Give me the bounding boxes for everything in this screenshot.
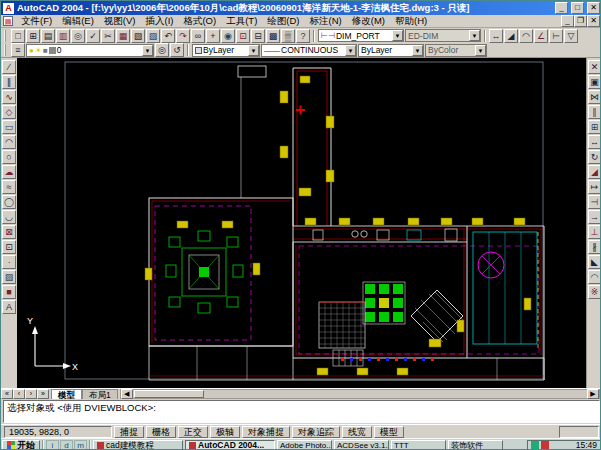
menu-item-修改(M)[interactable]: 修改(M) [347, 14, 390, 29]
toggle-对象追踪[interactable]: 对象追踪 [292, 426, 340, 438]
layer-combo[interactable]: ● ☀ ■ 0 ▼ [26, 44, 154, 57]
spline-button[interactable]: ≈ [2, 180, 16, 194]
zoom-previous-button[interactable]: ⊟ [251, 29, 265, 43]
copy-object-button[interactable]: ▣ [588, 75, 601, 89]
start-button[interactable]: 开始 [2, 440, 40, 450]
new-button[interactable]: □ [11, 29, 25, 43]
ellipse-button[interactable]: ◯ [2, 195, 16, 209]
pan-button[interactable]: + [206, 29, 220, 43]
scroll-thumb[interactable] [134, 390, 204, 398]
rotate-button[interactable]: ↻ [588, 150, 601, 164]
lineweight-combo[interactable]: ByLayer ▼ [358, 44, 424, 57]
taskbar-window-cad建模教程[interactable]: cad建模教程 [93, 440, 183, 450]
tray-icon-2[interactable] [541, 441, 549, 449]
dim-radius-button[interactable]: ◠ [519, 29, 533, 43]
dim-aligned-button[interactable]: ◢ [504, 29, 518, 43]
extend-button[interactable]: → [588, 210, 601, 224]
taskbar-app-TTT[interactable]: TTT [391, 440, 446, 450]
print-preview-button[interactable]: ◎ [71, 29, 85, 43]
toggle-捕捉[interactable]: 捕捉 [114, 426, 144, 438]
menu-item-文件(F)[interactable]: 文件(F) [16, 14, 57, 29]
menu-item-视图(V)[interactable]: 视图(V) [99, 14, 141, 29]
toggle-对象捕捉[interactable]: 对象捕捉 [242, 426, 290, 438]
tab-模型[interactable]: 模型 [51, 389, 82, 399]
taskbar-app-装饰软件[interactable]: 装饰软件 [448, 440, 503, 450]
rectangle-button[interactable]: ▭ [2, 120, 16, 134]
paste-button[interactable]: ▧ [131, 29, 145, 43]
linetype-combo[interactable]: —— CONTINUOUS ▼ [261, 44, 357, 57]
menu-item-工具(T)[interactable]: 工具(T) [221, 14, 262, 29]
floorplan-drawing[interactable]: Y X [17, 58, 586, 388]
move-button[interactable]: ↔ [588, 135, 601, 149]
quicklaunch-media-icon[interactable]: m [74, 440, 87, 450]
polygon-button[interactable]: ◇ [2, 105, 16, 119]
revcloud-button[interactable]: ☁ [2, 165, 16, 179]
quicklaunch-ie-icon[interactable]: i [46, 440, 59, 450]
layer-previous-button[interactable]: ↺ [170, 43, 184, 57]
properties-button[interactable]: ▩ [266, 29, 280, 43]
menu-item-绘图(D)[interactable]: 绘图(D) [262, 14, 304, 29]
dim-style-combo[interactable]: ⊢⊣ DIM_PORT ▼ [318, 29, 404, 42]
scroll-right-icon[interactable]: ▶ [587, 389, 599, 399]
save-button[interactable]: ▤ [41, 29, 55, 43]
open-button[interactable]: ⊞ [26, 29, 40, 43]
region-button[interactable]: ■ [2, 285, 16, 299]
doc-close-button[interactable]: ✕ [587, 15, 600, 27]
tab-布局1[interactable]: 布局1 [82, 389, 118, 399]
menu-item-插入(I)[interactable]: 插入(I) [140, 14, 178, 29]
zoom-realtime-button[interactable]: ◉ [221, 29, 235, 43]
copy-button[interactable]: ▦ [116, 29, 130, 43]
chevron-down-icon[interactable]: ▼ [412, 45, 423, 56]
print-button[interactable]: ▥ [56, 29, 70, 43]
chevron-down-icon[interactable]: ▼ [475, 45, 486, 56]
toggle-正交[interactable]: 正交 [178, 426, 208, 438]
construction-line-button[interactable]: ∥ [2, 75, 16, 89]
toggle-极轴[interactable]: 极轴 [210, 426, 240, 438]
tab-last-icon[interactable]: » [37, 389, 49, 399]
designcenter-button[interactable]: ▒ [281, 29, 295, 43]
horizontal-scrollbar[interactable]: ◀ ▶ [120, 389, 600, 399]
cut-button[interactable]: ✂ [101, 29, 115, 43]
minimize-button[interactable]: _ [555, 2, 568, 14]
menu-item-帮助(H)[interactable]: 帮助(H) [390, 14, 432, 29]
redo-button[interactable]: ↷ [176, 29, 190, 43]
mtext-button[interactable]: A [2, 300, 16, 314]
insert-hyperlink-button[interactable]: ∞ [191, 29, 205, 43]
menu-item-标注(N)[interactable]: 标注(N) [305, 14, 347, 29]
layer-make-current-button[interactable]: ◎ [155, 43, 169, 57]
arc-button[interactable]: ◠ [2, 135, 16, 149]
chevron-down-icon[interactable]: ▼ [345, 45, 356, 56]
taskbar-app-Adobe Photo...[interactable]: Adobe Photo... [277, 440, 332, 450]
maximize-button[interactable]: □ [571, 2, 584, 14]
ellipse-arc-button[interactable]: ◡ [2, 210, 16, 224]
toolbar-grip[interactable] [4, 44, 8, 56]
break-at-point-button[interactable]: ⊥ [588, 225, 601, 239]
mirror-button[interactable]: ⋈ [588, 90, 601, 104]
dim-angular-button[interactable]: ∠ [534, 29, 548, 43]
layers-button[interactable]: ≡ [11, 43, 25, 57]
menu-item-格式(O)[interactable]: 格式(O) [178, 14, 221, 29]
scroll-left-icon[interactable]: ◀ [121, 389, 133, 399]
hatch-button[interactable]: ▨ [2, 270, 16, 284]
break-button[interactable]: ∦ [588, 240, 601, 254]
offset-button[interactable]: ∥ [588, 105, 601, 119]
tray-icon-1[interactable] [531, 441, 539, 449]
command-input[interactable]: 选择对象或 <使用 DVIEWBLOCK>: [3, 400, 600, 423]
spell-button[interactable]: ✓ [86, 29, 100, 43]
system-tray[interactable]: 15:49 [527, 440, 601, 450]
line-button[interactable]: ∕ [2, 60, 16, 74]
make-block-button[interactable]: ⊡ [2, 240, 16, 254]
stretch-button[interactable]: ↦ [588, 180, 601, 194]
plotstyle-combo[interactable]: ByColor ▼ [425, 44, 487, 57]
polyline-button[interactable]: ∿ [2, 90, 16, 104]
dim-style-button[interactable]: ▽ [564, 29, 578, 43]
tab-prev-icon[interactable]: ‹ [13, 389, 25, 399]
chevron-down-icon[interactable]: ▼ [469, 30, 480, 41]
color-combo[interactable]: ByLayer ▼ [192, 44, 260, 57]
text-style-combo[interactable]: ED-DIM ▼ [405, 29, 481, 42]
insert-block-button[interactable]: ⊠ [2, 225, 16, 239]
dim-continue-button[interactable]: ⊢ [549, 29, 563, 43]
taskbar-window-AutoCAD 2004...[interactable]: AutoCAD 2004... [185, 440, 275, 450]
taskbar-app-ACDSee v3.1...[interactable]: ACDSee v3.1... [334, 440, 389, 450]
erase-button[interactable]: ✕ [588, 60, 601, 74]
